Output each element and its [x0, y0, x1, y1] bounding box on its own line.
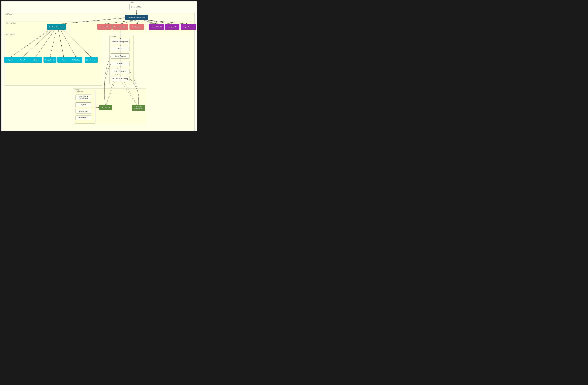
llm-foundry-handler-node: LLMFoundryHandler	[47, 24, 66, 30]
groq-node: Groq	[57, 57, 70, 63]
llm-providers-label: LLM Providers	[6, 33, 15, 35]
diagram-canvas: Client Browser / Client LLM Foundry URL …	[1, 1, 197, 131]
client-label: Client	[130, 2, 134, 3]
embeddings-db-node: embeddings.db	[76, 115, 91, 120]
core-handlers-label: Core Handlers	[6, 22, 16, 24]
other-providers-node: Other Providers	[85, 57, 98, 63]
databases-label: Databases	[76, 91, 83, 92]
google-auth-node: Google Auth	[165, 24, 179, 30]
template-management-node: Template Management	[111, 39, 129, 44]
templates-db-node: templates.db	[76, 109, 91, 113]
logout-handler-node: Logout Handler	[181, 24, 196, 30]
ms-oauth-node: Microsoft OAuth2	[148, 24, 164, 30]
statistics-node: Statistics	[111, 61, 129, 66]
function-handler-node: Function Handler	[112, 24, 128, 30]
pdf-processing-node: PDF Processing	[111, 69, 129, 74]
openai-node: OpenAI	[4, 57, 17, 63]
sqlite-dbs-node: SQLite DBs	[99, 105, 112, 110]
usage-tracking-node: Usage Tracking	[111, 53, 129, 59]
markdown-processing-node: Markdown Processing	[111, 76, 129, 81]
auth-label: Authentication	[149, 22, 158, 24]
url-router-node: URL Router (gramex.yaml)	[125, 15, 148, 20]
llm-foundry-label: LLM Foundry	[5, 13, 13, 15]
google-gemini-node: Google Gemini	[43, 57, 56, 63]
file-system-node: File System (Logs/Cache)	[132, 105, 145, 111]
azure-ai-node: Azure AI	[16, 57, 29, 63]
file-handler-node: File Handler	[129, 24, 144, 30]
aws-bedrock-node: AWS Bedrock	[69, 57, 83, 63]
features-label: Features	[111, 36, 116, 38]
apps-db-node: apps.db	[76, 102, 91, 107]
anthropic-node: Anthropic	[29, 57, 42, 63]
form-handler-node: Form Handler	[97, 24, 112, 30]
search-node: Search	[111, 46, 129, 51]
browser-client-node: Browser / Client	[129, 4, 144, 10]
llmfoundry-db-node: llmfoundry.db (Logs/Cache)	[76, 94, 91, 100]
